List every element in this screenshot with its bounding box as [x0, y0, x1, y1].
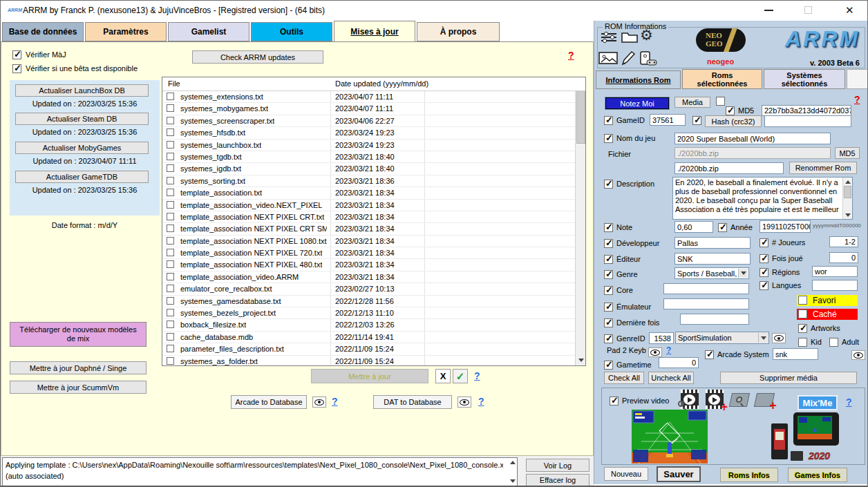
mixme-button[interactable]: Mix'Me — [798, 395, 838, 410]
file-row-checkbox[interactable] — [167, 321, 174, 328]
tab-gamelist[interactable]: Gamelist — [168, 22, 249, 41]
derniere-fois-checkbox[interactable] — [604, 318, 613, 327]
arcade-help-link[interactable]: ? — [332, 396, 338, 407]
file-row[interactable]: systemes_as_folder.txt 2022/11/09 15:24 — [162, 356, 575, 366]
tab-systemes-selectionnes[interactable]: Systèmessélectionnés — [764, 69, 845, 89]
fichier-edit-field[interactable]: ./2020bb.zip — [674, 162, 784, 174]
tab-base-de-donnees[interactable]: Base de données — [2, 22, 84, 41]
file-row[interactable]: emulator_core_recalbox.txt 2023/02/27 10… — [162, 283, 575, 295]
update-daphne-button[interactable]: Mettre à jour Daphné / Singe — [10, 361, 147, 374]
file-row[interactable]: template_association NEXT PIXEL CRT SMA.… — [162, 223, 575, 235]
file-row-checkbox[interactable] — [167, 93, 174, 100]
file-row-checkbox[interactable] — [167, 273, 174, 280]
cache-checkbox[interactable] — [798, 309, 807, 318]
date-column-header[interactable]: Date updated (yyyy/mm/dd) — [335, 79, 428, 88]
cancel-x-button[interactable]: X — [435, 369, 451, 383]
file-row-checkbox[interactable] — [167, 153, 174, 160]
kid-checkbox[interactable] — [798, 338, 807, 347]
file-row[interactable]: template_association.txt 2023/03/21 18:3… — [162, 187, 575, 199]
file-row[interactable]: template_association NEXT PIXEL 720.txt … — [162, 247, 575, 259]
confirm-check-button[interactable]: ✓ — [453, 369, 468, 383]
dat-help-link[interactable]: ? — [478, 396, 484, 407]
annee-field[interactable]: 19911025T000000 — [760, 220, 811, 233]
description-textarea[interactable]: En 2020, le baseball a finalement évolué… — [672, 177, 853, 220]
log-scroll-up-icon[interactable] — [510, 461, 516, 464]
log-scroll-down-icon[interactable] — [510, 479, 516, 483]
file-row-checkbox[interactable] — [167, 297, 174, 305]
file-row-checkbox[interactable] — [167, 285, 174, 292]
file-column-header[interactable]: File — [168, 79, 180, 88]
file-row-checkbox[interactable] — [167, 345, 174, 352]
tab-roms-selectionnees[interactable]: Romssélectionnées — [682, 69, 762, 89]
file-row-checkbox[interactable] — [167, 237, 174, 245]
file-row-checkbox[interactable] — [167, 260, 174, 268]
gear-icon[interactable]: ⚙ — [640, 27, 653, 44]
arcade-system-checkbox[interactable] — [705, 350, 714, 359]
file-row[interactable]: systemes_bezels_project.txt 2022/12/13 1… — [162, 307, 575, 319]
adult-checkbox[interactable] — [829, 338, 838, 347]
file-row[interactable]: parameter_files_description.txt 2022/11/… — [162, 343, 575, 355]
file-row-checkbox[interactable] — [167, 141, 174, 149]
supprimer-media-button[interactable]: Supprimer média — [720, 372, 857, 384]
regions-checkbox[interactable] — [760, 268, 768, 277]
genreid-combo[interactable]: SportSimulation — [675, 332, 769, 344]
actualiser-steam-button[interactable]: Actualiser Steam DB — [15, 113, 149, 125]
file-row-checkbox[interactable] — [167, 309, 174, 316]
gameid-checkbox[interactable] — [604, 116, 613, 125]
sauver-button[interactable]: Sauver — [657, 466, 701, 482]
gameid-field[interactable]: 37561 — [650, 114, 686, 126]
joueurs-checkbox[interactable] — [760, 238, 768, 247]
fois-joue-checkbox[interactable] — [760, 254, 768, 263]
scroll-thumb[interactable] — [844, 186, 851, 198]
annee-checkbox[interactable] — [718, 223, 727, 232]
media-button[interactable]: Media — [674, 97, 710, 108]
file-row-checkbox[interactable] — [167, 164, 174, 172]
file-row[interactable]: cache_database.mdb 2022/11/14 19:41 — [162, 332, 575, 343]
video-add-icon[interactable]: + — [706, 390, 724, 409]
chevron-down-icon[interactable] — [758, 333, 768, 343]
manual-add-icon[interactable]: + — [754, 393, 775, 407]
dat-eye-button[interactable] — [457, 397, 471, 408]
update-scummvm-button[interactable]: Mettre à jour ScummVm — [10, 381, 147, 394]
arcade-eye-button[interactable] — [312, 397, 326, 408]
file-row[interactable]: systemes_tgdb.txt 2023/03/21 18:40 — [162, 151, 575, 163]
file-row[interactable]: systemes_hfsdb.txt 2023/03/24 19:23 — [162, 127, 575, 139]
editeur-field[interactable]: SNK — [674, 253, 751, 265]
notez-moi-button[interactable]: Notez Moi — [605, 97, 669, 109]
tab-informations-rom[interactable]: Informations Rom — [596, 70, 681, 89]
check-all-button[interactable]: Check All — [604, 372, 644, 384]
developpeur-field[interactable]: Pallas — [674, 237, 751, 249]
verify-maj-checkbox[interactable] — [12, 50, 21, 59]
langues-checkbox[interactable] — [760, 281, 768, 290]
genreid-checkbox[interactable] — [604, 334, 613, 343]
video-view-icon[interactable] — [681, 390, 699, 409]
folder-icon[interactable] — [621, 31, 639, 46]
image-icon[interactable] — [598, 51, 618, 68]
scroll-down-icon[interactable] — [576, 354, 586, 365]
manual-view-icon[interactable] — [729, 393, 750, 407]
fois-joue-field[interactable]: 0 — [829, 252, 858, 263]
file-row[interactable]: template_association NEXT PIXEL CRT.txt … — [162, 211, 575, 223]
uncheck-all-button[interactable]: Uncheck All — [648, 372, 694, 384]
file-list-scrollbar[interactable] — [575, 77, 586, 365]
file-row[interactable]: template_association NEXT PIXEL 480.txt … — [162, 259, 575, 271]
developpeur-checkbox[interactable] — [604, 239, 613, 248]
genreid-eye-button[interactable] — [772, 333, 786, 343]
emulateur-checkbox[interactable] — [604, 303, 613, 312]
actualiser-mobygames-button[interactable]: Actualiser MobyGames — [15, 142, 149, 154]
actualiser-launchbox-button[interactable]: Actualiser LaunchBox DB — [15, 84, 149, 97]
scroll-thumb[interactable] — [576, 88, 585, 144]
file-row-checkbox[interactable] — [167, 177, 174, 184]
file-row[interactable]: systemes_gamesdatabase.txt 2022/12/28 11… — [162, 296, 575, 307]
edit-icon[interactable] — [621, 50, 636, 69]
effacer-log-button[interactable]: Effacer log — [526, 474, 589, 486]
file-row[interactable]: boxback_filesize.txt 2022/12/03 13:26 — [162, 319, 575, 331]
file-row[interactable]: systems_sorting.txt 2023/03/21 18:36 — [162, 175, 575, 187]
file-row[interactable]: systemes_launchbox.txt 2023/03/24 19:23 — [162, 140, 575, 151]
editeur-checkbox[interactable] — [604, 255, 613, 264]
mix-preview[interactable]: 2020 — [757, 411, 861, 464]
core-checkbox[interactable] — [604, 286, 613, 295]
file-row-checkbox[interactable] — [167, 225, 174, 232]
md5-compute-button[interactable]: MD5 — [835, 147, 860, 159]
hash-field[interactable] — [764, 115, 851, 127]
